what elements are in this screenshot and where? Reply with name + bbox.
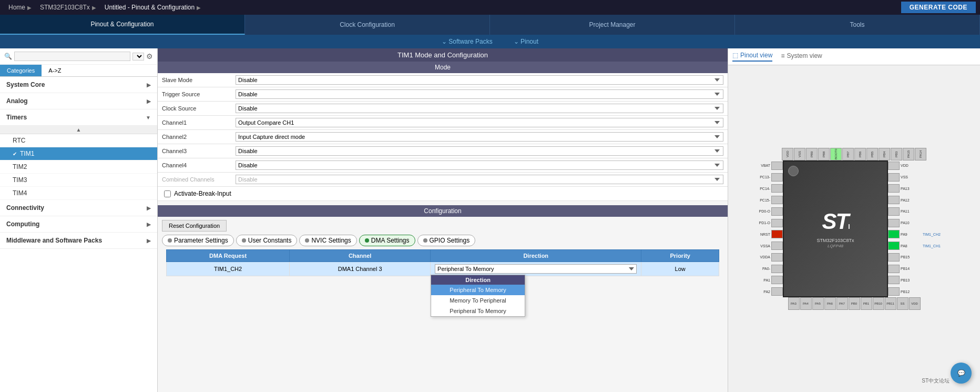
tab-nvic-settings[interactable]: NVIC Settings xyxy=(299,235,356,246)
project-breadcrumb[interactable]: Untitled - Pinout & Configuration ▶ xyxy=(100,0,205,15)
pin-vbat[interactable] xyxy=(771,162,783,170)
sidebar-item-analog[interactable]: Analog ▶ xyxy=(0,93,157,109)
right-pin-pb12: PB12 xyxy=(888,287,941,296)
sidebar-item-connectivity[interactable]: Connectivity ▶ xyxy=(0,200,157,216)
home-breadcrumb[interactable]: Home ▶ xyxy=(4,0,36,15)
channel4-select[interactable]: Disable xyxy=(236,160,723,170)
pin-pa5[interactable]: PA5 xyxy=(812,297,824,310)
sidebar-item-timers[interactable]: Timers ▼ xyxy=(0,109,157,126)
trigger-source-select[interactable]: Disable xyxy=(236,89,723,99)
pin-pb6[interactable]: PB6 xyxy=(854,148,866,160)
sidebar-item-system-core[interactable]: System Core ▶ xyxy=(0,77,157,93)
tab-dma-settings[interactable]: DMA Settings xyxy=(359,235,415,246)
tab-tools[interactable]: Tools xyxy=(735,15,980,35)
pin-pb13[interactable] xyxy=(888,276,900,284)
search-input[interactable] xyxy=(14,52,130,61)
pin-pa10[interactable] xyxy=(888,219,900,227)
filter-dropdown[interactable] xyxy=(132,53,144,61)
tab-parameter-settings[interactable]: Parameter Settings xyxy=(162,235,234,246)
pin-pb9[interactable]: PB9 xyxy=(806,148,818,160)
pin-pd0[interactable] xyxy=(771,207,783,216)
pin-pa2[interactable] xyxy=(771,287,783,296)
slave-mode-row: Slave Mode Disable xyxy=(158,73,728,87)
pin-pb8[interactable]: PB8 xyxy=(818,148,830,160)
sidebar-item-tim4[interactable]: TIM4 xyxy=(0,187,157,200)
pin-pb5[interactable]: PB5 xyxy=(866,148,878,160)
pin-vssa[interactable] xyxy=(771,242,783,250)
pin-pa12[interactable] xyxy=(888,196,900,204)
pin-pa7[interactable]: PA7 xyxy=(836,297,848,310)
pin-ss[interactable]: SS xyxy=(897,297,908,310)
pin-pa14[interactable]: PA14 xyxy=(915,148,926,160)
pin-pb4[interactable]: PB4 xyxy=(879,148,890,160)
pin-pa0[interactable] xyxy=(771,265,783,273)
sub-tab-pinout[interactable]: ⌄ Pinout xyxy=(514,38,538,45)
pin-nrst[interactable] xyxy=(771,230,783,238)
channel2-select[interactable]: Input Capture direct mode xyxy=(236,132,723,142)
tab-categories[interactable]: Categories xyxy=(0,65,42,76)
pin-pb3[interactable]: PB3 xyxy=(891,148,902,160)
pin-pb15[interactable] xyxy=(888,253,900,262)
timers-collapse-button[interactable]: ▲ xyxy=(0,126,157,134)
sidebar-item-tim3[interactable]: TIM3 xyxy=(0,174,157,187)
pin-pa4[interactable]: PA4 xyxy=(800,297,812,310)
tab-clock-configuration[interactable]: Clock Configuration xyxy=(245,15,490,35)
channel3-select[interactable]: Disable xyxy=(236,146,723,156)
pin-vdd-bottom[interactable]: VDD xyxy=(909,297,921,310)
pin-pd1[interactable] xyxy=(771,219,783,227)
pin-pb10[interactable]: PB10 xyxy=(873,297,884,310)
pin-pa1[interactable] xyxy=(771,276,783,284)
pin-vss-top[interactable]: VSS xyxy=(794,148,805,160)
pin-vdd-right[interactable] xyxy=(888,162,900,170)
sidebar-item-rtc[interactable]: RTC xyxy=(0,134,157,147)
pin-pb11[interactable]: PB11 xyxy=(885,297,896,310)
clock-source-select[interactable]: Disable xyxy=(236,104,723,113)
sidebar-item-middleware[interactable]: Middleware and Software Packs ▶ xyxy=(0,233,157,249)
device-breadcrumb[interactable]: STM32F103C8Tx ▶ xyxy=(36,0,100,15)
pin-pa9[interactable] xyxy=(888,230,900,238)
sidebar-item-computing[interactable]: Computing ▶ xyxy=(0,216,157,233)
pin-pa6[interactable]: PA6 xyxy=(824,297,836,310)
pin-pa11[interactable] xyxy=(888,207,900,216)
pin-vss-right[interactable] xyxy=(888,173,900,182)
channel1-select[interactable]: Output Compare CH1 xyxy=(236,118,723,127)
pin-pa13[interactable] xyxy=(888,184,900,193)
pin-vdd-top[interactable]: VDD xyxy=(782,148,793,160)
pin-vdda[interactable] xyxy=(771,253,783,262)
pin-pb12[interactable] xyxy=(888,287,900,296)
pin-pa3[interactable]: PA3 xyxy=(788,297,800,310)
pin-pb14[interactable] xyxy=(888,265,900,273)
tab-user-constants[interactable]: User Constants xyxy=(236,235,298,246)
sidebar-item-tim2[interactable]: TIM2 xyxy=(0,160,157,174)
sidebar-item-tim1[interactable]: ✔ TIM1 xyxy=(0,147,157,160)
pin-pb1[interactable]: PB1 xyxy=(861,297,872,310)
direction-select[interactable]: Peripheral To Memory Memory To Periphera… xyxy=(435,264,637,274)
tab-project-manager[interactable]: Project Manager xyxy=(490,15,735,35)
slave-mode-select[interactable]: Disable xyxy=(236,75,723,85)
tab-pinout-configuration[interactable]: Pinout & Configuration xyxy=(0,15,245,35)
tab-az[interactable]: A->Z xyxy=(42,65,68,76)
gear-icon[interactable]: ⚙ xyxy=(146,52,153,61)
tab-pinout-view[interactable]: ⬚ Pinout view xyxy=(732,52,772,62)
tab-system-view[interactable]: ≡ System view xyxy=(781,52,822,62)
pin-pb7[interactable]: PB7 xyxy=(842,148,854,160)
cell-direction[interactable]: Peripheral To Memory Memory To Periphera… xyxy=(431,262,641,276)
sub-tab-software-packs[interactable]: ⌄ Software Packs xyxy=(442,38,493,45)
pin-pc14[interactable] xyxy=(771,184,783,193)
pin-boot0[interactable]: BOOT0 xyxy=(830,148,842,160)
activate-break-checkbox[interactable] xyxy=(164,190,171,197)
tab-gpio-settings[interactable]: GPIO Settings xyxy=(417,235,476,246)
pin-pa8[interactable] xyxy=(888,242,900,250)
generate-code-button[interactable]: GENERATE CODE xyxy=(901,2,976,13)
direction-option-peripheral-to-memory-2[interactable]: Peripheral To Memory xyxy=(431,306,525,316)
collapse-up-arrow: ▲ xyxy=(76,127,81,133)
pin-pb0[interactable]: PB0 xyxy=(849,297,860,310)
pin-pc15[interactable] xyxy=(771,196,783,204)
chat-button[interactable]: 💬 xyxy=(951,363,972,384)
direction-option-memory-to-peripheral[interactable]: Memory To Peripheral xyxy=(431,295,525,306)
reset-configuration-button[interactable]: Reset Configuration xyxy=(162,220,227,232)
pin-pc13[interactable] xyxy=(771,173,783,182)
direction-option-peripheral-to-memory[interactable]: Peripheral To Memory xyxy=(431,285,525,295)
pin-pa15[interactable]: PA15 xyxy=(903,148,914,160)
combined-channels-select[interactable]: Disable xyxy=(236,175,723,184)
